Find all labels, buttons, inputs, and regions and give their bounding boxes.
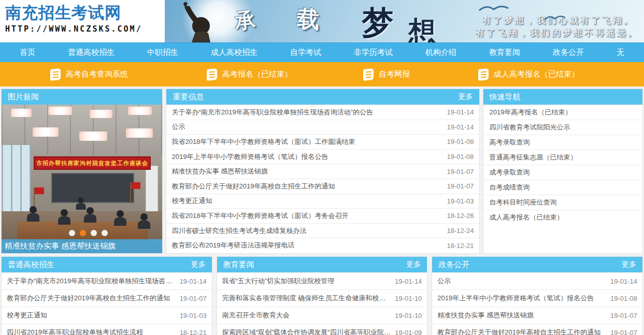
news-link[interactable]: 我省“五大行动”切实加强职业院校管理 [222, 276, 335, 286]
news-row: 2019年上半年中小学教师资格考试（笔试）报名公告19-01-08 [432, 289, 642, 307]
carousel-dot-active[interactable] [80, 230, 86, 236]
news-date: 19-01-14 [447, 123, 474, 131]
news-date: 19-01-10 [395, 295, 422, 302]
news-row: 公示19-01-14 [166, 120, 479, 135]
banner-slogan-char: 梦 [362, 1, 394, 42]
news-link[interactable]: 公示 [171, 122, 185, 132]
news-link[interactable]: 精准扶贫办实事 感恩帮扶送锦旗 [171, 167, 268, 176]
news-link[interactable]: 教育部办公厅关于做好2019年高校自主招生工作的通知 [437, 328, 600, 335]
quick-nav-link[interactable]: 成考录取查询 [483, 165, 642, 180]
red-flag [35, 187, 44, 194]
quick-link-adult-gaokao-signup[interactable]: 成人高考报名（已结束） [477, 69, 579, 80]
carousel-dot[interactable] [102, 230, 108, 236]
quick-nav-panel: 快速导航 2019年高考报名（已结束） 四川省教育考试院阳光公示 高考录取查询 … [483, 89, 643, 254]
news-date: 19-01-14 [180, 278, 207, 285]
news-date: 19-01-07 [447, 182, 474, 190]
section-gov-affairs: 政务公开 更多 公示19-01-14 2019年上半年中小学教师资格考试（笔试）… [432, 256, 643, 335]
book-icon [206, 69, 219, 80]
news-link[interactable]: 教育部办公厅关于做好2019年高校自主招生工作的通知 [7, 294, 170, 303]
news-date: 19-01-10 [395, 312, 422, 319]
news-date: 19-01-14 [610, 278, 637, 285]
quick-nav-link[interactable]: 成人高考报名（已结束） [483, 210, 642, 225]
nav-item-home[interactable]: 首页 [20, 48, 35, 57]
news-link[interactable]: 南充召开全市教育大会 [222, 311, 290, 320]
quick-link-zikao-online[interactable]: 自考网报 [362, 69, 410, 80]
nav-item-non-degree[interactable]: 非学历考试 [354, 48, 393, 57]
carousel-dot[interactable] [69, 230, 75, 236]
more-link[interactable]: 更多 [622, 260, 636, 269]
news-row: 校考更正通知19-01-03 [166, 194, 479, 209]
banner-slogan-char: 想 [408, 13, 436, 42]
news-link[interactable]: 关于举办“南充市2019年高等职业院校单独招生现场咨询活动”的公告 [171, 108, 373, 117]
nav-item-vocational[interactable]: 中职招生 [147, 48, 178, 57]
site-url: HTTP://WWW.NCZSKS.COM/ [5, 24, 165, 34]
main-content: 图片新闻 市招办帮扶席家沟村脱贫攻坚工作座谈会 [0, 86, 644, 254]
photo-news-caption[interactable]: 精准扶贫办实事 感恩帮扶送锦旗 [2, 239, 162, 253]
news-row: 2019年上半年中小学教师资格考试（笔试）报名公告19-01-08 [166, 149, 479, 164]
quick-nav-link[interactable]: 高考录取查询 [483, 135, 642, 150]
nav-item-none[interactable]: 无 [617, 48, 624, 57]
logo-block[interactable]: 南充招生考试网 HTTP://WWW.NCZSKS.COM/ [0, 0, 165, 42]
news-link[interactable]: 四川省2019年高等职业院校单独考试招生流程 [7, 328, 143, 335]
book-icon [477, 69, 491, 80]
news-link[interactable]: 2019年上半年中小学教师资格考试（笔试）报名公告 [437, 294, 594, 303]
carousel-dot[interactable] [91, 230, 97, 236]
quick-nav-link[interactable]: 普通高考征集志愿（已结束） [483, 150, 642, 165]
news-link[interactable]: 教育部办公厅关于做好2019年高校自主招生工作的通知 [171, 182, 335, 191]
more-link[interactable]: 更多 [459, 92, 473, 101]
quick-nav-link[interactable]: 四川省教育考试院阳光公示 [483, 120, 642, 135]
quick-nav-link[interactable]: 2019年高考报名（已结束） [483, 105, 642, 120]
ceiling-light [11, 109, 32, 117]
news-link[interactable]: 探索跨区域“双创”载体合作协调发展“四川省高等职业院校... [222, 328, 391, 335]
nav-item-self-study[interactable]: 自学考试 [290, 48, 321, 57]
news-link[interactable]: 完善和落实各项管理制度 确保师生员工生命健康和校园安全 [222, 294, 391, 303]
main-nav: 首页 普通高校招生 中职招生 成人高校招生 自学考试 非学历考试 机构介绍 教育… [0, 42, 644, 62]
news-row: 关于举办“南充市2019年高等职业院校单独招生现场咨询活...19-01-14 [2, 272, 212, 289]
nav-item-regular-college[interactable]: 普通高校招生 [68, 48, 115, 57]
section-header: 政务公开 更多 [432, 257, 642, 272]
quick-link-label: 高考报名（已结束） [222, 69, 292, 79]
site-header: 南充招生考试网 HTTP://WWW.NCZSKS.COM/ 承 载 梦 想 有… [0, 0, 644, 42]
news-link[interactable]: 关于举办“南充市2019年高等职业院校单独招生现场咨询活... [7, 276, 176, 286]
quick-links-bar: 高考自考查询系统 高考报名（已结束） 自考网报 成人高考报名（已结束） [0, 62, 644, 86]
news-link[interactable]: 校考更正通知 [171, 196, 212, 206]
news-date: 19-01-08 [447, 153, 474, 161]
news-link[interactable]: 我省2018年下半年中小学教师资格考试（面试）工作圆满结束 [171, 137, 355, 147]
news-row: 精准扶贫办实事 感恩帮扶送锦旗19-01-07 [166, 164, 479, 179]
quick-link-gaokao-query[interactable]: 高考自考查询系统 [49, 69, 128, 80]
carousel-dots [69, 230, 108, 236]
important-info-panel: 重要信息 更多 关于举办“南充市2019年高等职业院校单独招生现场咨询活动”的公… [166, 89, 479, 254]
bird-icon [478, 3, 509, 13]
news-link[interactable]: 我省2018年下半年中小学教师资格考试（面试）考务会召开 [171, 211, 348, 221]
news-link[interactable]: 2019年上半年中小学教师资格考试（笔试）报名公告 [171, 152, 328, 162]
news-link[interactable]: 教育部公布2019年考研违法违规举报电话 [171, 241, 294, 250]
news-row: 精准扶贫办实事 感恩帮扶送锦旗19-01-07 [432, 307, 642, 324]
photo-news-image[interactable]: 市招办帮扶席家沟村脱贫攻坚工作座谈会 精准扶贫办实事 感恩帮扶送锦旗 [2, 105, 162, 253]
quick-nav-link[interactable]: 自考科目时间座位查询 [483, 195, 642, 210]
photo-news-title: 图片新闻 [8, 92, 39, 102]
news-link[interactable]: 公示 [437, 276, 451, 286]
ceiling-light [33, 127, 59, 137]
more-link[interactable]: 更多 [406, 260, 421, 269]
bird-icon [543, 13, 566, 22]
ceiling-light [90, 110, 112, 118]
news-row: 教育部办公厅关于做好2019年高校自主招生工作的通知19-01-07 [166, 179, 479, 194]
nav-item-gov-affairs[interactable]: 政务公开 [553, 48, 584, 57]
more-link[interactable]: 更多 [191, 260, 206, 269]
header-banner: 承 载 梦 想 有了梦想，我们心就有了飞翔。 有了飞翔，我们的梦想不再遥远。 [165, 0, 644, 42]
quick-nav-link[interactable]: 自考成绩查询 [483, 180, 642, 195]
quick-link-gaokao-signup[interactable]: 高考报名（已结束） [206, 69, 292, 80]
news-link[interactable]: 校考更正通知 [7, 311, 47, 320]
photo-news-panel: 图片新闻 市招办帮扶席家沟村脱贫攻坚工作座谈会 [1, 89, 163, 254]
news-row: 我省“五大行动”切实加强职业院校管理19-01-14 [217, 272, 427, 289]
news-link[interactable]: 四川省硕士研究生招生考试考生成绩复核办法 [171, 226, 306, 236]
news-row: 完善和落实各项管理制度 确保师生员工生命健康和校园安全19-01-10 [217, 289, 427, 307]
quick-link-label: 自考网报 [379, 69, 410, 79]
news-link[interactable]: 精准扶贫办实事 感恩帮扶送锦旗 [437, 311, 534, 320]
nav-item-edu-news[interactable]: 教育要闻 [489, 48, 520, 57]
bottom-sections: 普通高校招生 更多 关于举办“南充市2019年高等职业院校单独招生现场咨询活..… [0, 256, 644, 335]
book-icon [49, 69, 63, 80]
nav-item-about[interactable]: 机构介绍 [425, 48, 456, 57]
section-title: 普通高校招生 [8, 260, 54, 270]
nav-item-adult-college[interactable]: 成人高校招生 [211, 48, 257, 57]
